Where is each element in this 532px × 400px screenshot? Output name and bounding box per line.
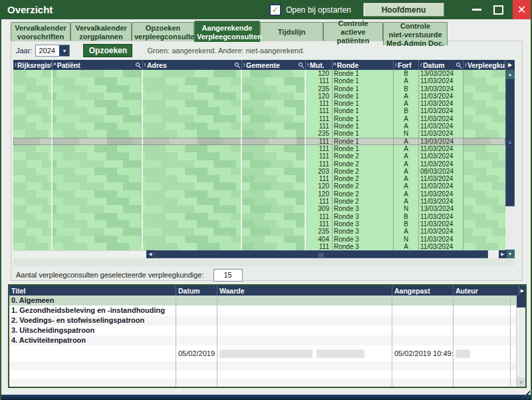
detail-vertical-scrollbar[interactable]: ▼: [516, 296, 525, 387]
grid-row[interactable]: 111Ronde 1A13/03/2024: [13, 138, 505, 145]
cell-adres-redacted: [143, 70, 242, 77]
tab-controle-actieve-pati-nten[interactable]: Controle actievepatiënten: [323, 22, 383, 41]
tab-opzoeken-verpleegconsulten[interactable]: Opzoekenverpleegconsulten: [132, 22, 194, 41]
grid-row[interactable]: 120Ronde 2A11/03/2024: [13, 182, 505, 190]
overzicht-window: Overzicht ✓ Open bij opstarten Hoofdmenu…: [0, 0, 532, 400]
maximize-button[interactable]: [493, 5, 503, 15]
grid-row[interactable]: 120Ronde 1A11/03/2024: [13, 93, 505, 100]
detail-scroll-down-icon[interactable]: ▼: [517, 377, 525, 387]
detail-cell-titel: 4. Activiteitenpatroon: [9, 335, 176, 345]
resize-grip-icon[interactable]: [519, 389, 530, 399]
grid-row[interactable]: 203Ronde 2A08/03/2024: [13, 168, 505, 175]
detail-row[interactable]: 05/02/201905/02/2019 10:49:2: [9, 345, 517, 361]
count-label: Aantal verpleegconsulten geselecteerde v…: [16, 271, 204, 279]
search-icon[interactable]: [235, 62, 241, 68]
cell-forf: A: [394, 182, 419, 190]
tab-tijdslijn[interactable]: Tijdslijn: [260, 22, 323, 41]
search-icon[interactable]: [299, 62, 305, 68]
detail-row[interactable]: 1. Gezondheidsbeleving en -instandhoudin…: [9, 305, 517, 315]
column-header-gemeente[interactable]: ↕Gemeente: [242, 60, 306, 70]
detail-row[interactable]: 4. Activiteitenpatroon: [9, 335, 517, 345]
cell-patient-redacted: [53, 152, 143, 160]
cell-ronde: Ronde 1: [332, 85, 394, 93]
tab-vervalkalender-zorgplannen[interactable]: Vervalkalenderzorgplannen: [70, 22, 132, 41]
hscroll-track-left[interactable]: [13, 250, 146, 258]
search-toolbar: Jaar: 2024 ▼ Opzoeken Groen: aangerekend…: [16, 44, 305, 57]
hoofdmenu-button[interactable]: Hoofdmenu: [363, 3, 444, 17]
count-input[interactable]: [213, 269, 243, 282]
column-header-mut[interactable]: ↕Mut.: [306, 60, 332, 70]
grid-row[interactable]: 309Ronde 3N13/03/2024: [13, 205, 505, 212]
detail-column-header-datum[interactable]: Datum: [176, 286, 217, 296]
detail-column-header-aangepast[interactable]: Aangepast: [392, 286, 454, 296]
grid-row[interactable]: 235Ronde 1N11/03/2024: [13, 130, 505, 137]
scroll-right-icon[interactable]: ▶: [499, 250, 507, 258]
grid-row[interactable]: 111Ronde 1A11/03/2024: [13, 100, 505, 107]
column-header-pati-nt[interactable]: ^Patiënt: [53, 60, 143, 70]
cell-rijksregister-redacted: [13, 152, 53, 160]
horizontal-scroll-thumb[interactable]: |||: [154, 250, 488, 258]
grid-horizontal-scrollbar[interactable]: ◀ ||| ▶: [13, 250, 515, 258]
cell-adres-redacted: [143, 160, 242, 168]
grid-row[interactable]: 235Ronde 1B13/03/2024: [13, 85, 505, 93]
open-bij-opstarten-checkbox[interactable]: ✓: [269, 4, 281, 16]
detail-column-header-auteur[interactable]: Auteur: [454, 286, 519, 296]
tab-label-line: Controle actieve: [326, 19, 380, 37]
detail-scroll-thumb[interactable]: [517, 296, 525, 307]
detail-row[interactable]: 0. Algemeen: [9, 296, 517, 305]
minimize-button[interactable]: [472, 9, 481, 11]
detail-row[interactable]: 2. Voedings- en stofwisselingspatroon: [9, 315, 517, 325]
search-icon[interactable]: [136, 62, 142, 68]
consult-grid: ↕Rijksregis^Patiënt↕Adres↕Gemeente↕Mut.^…: [13, 60, 515, 266]
tab-label-line: Tijdslijn: [263, 28, 321, 37]
grid-vertical-scrollbar[interactable]: ▲ ≡ ▼: [505, 70, 515, 258]
opzoeken-button[interactable]: Opzoeken: [83, 44, 132, 57]
column-header-verpleegkundige[interactable]: ↕Verpleegkundige: [464, 60, 505, 70]
grid-row[interactable]: 111Ronde 2A11/03/2024: [13, 160, 505, 168]
grid-row[interactable]: 111Ronde 1A11/03/2024: [13, 122, 505, 130]
grid-row[interactable]: 120Ronde 1B13/03/2024: [13, 70, 505, 77]
column-header-datum[interactable]: ↕Datum: [419, 60, 464, 70]
chevron-down-icon[interactable]: ▼: [59, 45, 69, 56]
grid-row[interactable]: 111Ronde 3B11/03/2024: [13, 220, 505, 228]
close-button[interactable]: ✕: [513, 0, 531, 19]
tab-label-line: niet-verstuurde: [386, 31, 445, 39]
detail-empty-row[interactable]: [9, 361, 517, 370]
cell-datum: 13/03/2024: [419, 205, 464, 212]
grid-row[interactable]: 111Ronde 3B11/03/2024: [13, 213, 505, 220]
grid-row[interactable]: 111Ronde 1A11/03/2024: [13, 145, 505, 152]
grid-row[interactable]: 111Ronde 1A11/03/2024: [13, 115, 505, 122]
search-icon[interactable]: [456, 62, 462, 68]
column-header-ronde[interactable]: ^Ronde: [332, 60, 394, 70]
grid-row[interactable]: 120Ronde 2A11/03/2024: [13, 190, 505, 198]
scroll-up-icon[interactable]: ▲: [505, 70, 515, 79]
detail-empty-row[interactable]: [9, 379, 517, 387]
detail-row[interactable]: 3. Uitscheidingspatroon: [9, 325, 517, 335]
header-scroll-right-icon[interactable]: ▶: [505, 60, 515, 70]
tab-aangerekende-verpleegconsulten[interactable]: AangerekendeVerpleegconsulten: [194, 21, 260, 42]
vertical-scroll-thumb[interactable]: ≡: [505, 79, 515, 206]
column-header-adres[interactable]: ↕Adres: [143, 60, 242, 70]
detail-header-scroll-right-icon[interactable]: ▶: [519, 286, 525, 296]
tab-vervalkalender-voorschriften[interactable]: Vervalkalendervoorschriften: [11, 22, 70, 41]
grid-row[interactable]: 404Ronde 3N11/03/2024: [13, 236, 505, 243]
scroll-left-icon[interactable]: ◀: [146, 250, 154, 258]
grid-row[interactable]: 111Ronde 1B11/03/2024: [13, 107, 505, 114]
column-header-forf[interactable]: ↕Forf: [394, 60, 419, 70]
tab-controle-niet-verstuurde-med-admin-doc[interactable]: Controleniet-verstuurdeMed-Admin Doc.: [383, 22, 448, 45]
grid-row[interactable]: 111Ronde 1A11/03/2024: [13, 77, 505, 85]
detail-empty-row[interactable]: [9, 370, 517, 379]
cell-datum: 11/03/2024: [419, 182, 464, 190]
grid-row[interactable]: 111Ronde 2A11/03/2024: [13, 198, 505, 205]
count-row: Aantal verpleegconsulten geselecteerde v…: [16, 269, 243, 281]
hscroll-track-right[interactable]: [488, 250, 499, 258]
detail-column-header-titel[interactable]: Titel: [9, 286, 176, 296]
cell-rijksregister-redacted: [13, 182, 53, 190]
column-header-rijksregis[interactable]: ↕Rijksregis: [13, 60, 53, 70]
grid-row[interactable]: 235Ronde 3A11/03/2024: [13, 228, 505, 235]
detail-column-header-waarde[interactable]: Waarde: [217, 286, 392, 296]
year-select[interactable]: 2024 ▼: [35, 45, 70, 57]
grid-row[interactable]: 111Ronde 2A11/03/2024: [13, 152, 505, 160]
grid-row[interactable]: 111Ronde 3A11/03/2024: [13, 243, 505, 250]
grid-row[interactable]: 111Ronde 2A11/03/2024: [13, 175, 505, 182]
